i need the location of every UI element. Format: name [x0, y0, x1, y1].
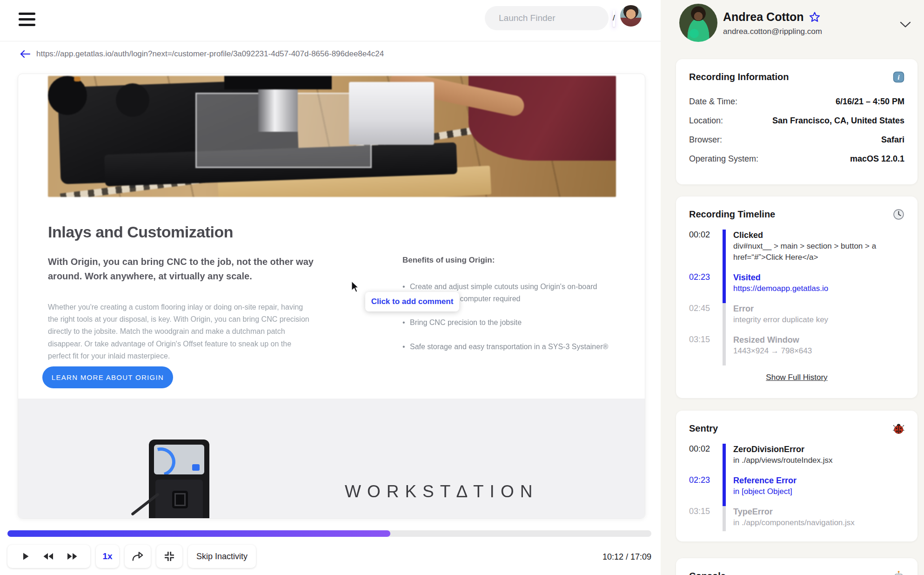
- timeline-event[interactable]: 02:23 Visited https://demoapp.getatlas.i…: [689, 272, 904, 303]
- user-name-row: Andrea Cotton: [723, 10, 821, 24]
- benefits-heading: Benefits of using Origin:: [402, 256, 495, 265]
- online-status-dot: [690, 29, 699, 38]
- event-detail: in [object Object]: [733, 486, 904, 497]
- transport-controls: [7, 545, 90, 568]
- session-replay-viewport: Inlays and Customization With Origin, yo…: [18, 74, 645, 519]
- playback-time: 10:12 / 17:09: [582, 552, 651, 562]
- info-label: Browser:: [689, 135, 722, 145]
- event-marker-bar: [723, 230, 726, 272]
- panel-title: Console: [689, 571, 726, 575]
- skip-forward-button[interactable]: [125, 545, 151, 568]
- panel-title: Sentry: [689, 423, 718, 434]
- event-detail: 1443×924 → 798×643: [733, 345, 904, 357]
- hamburger-menu-icon[interactable]: [19, 13, 36, 28]
- recording-timeline-panel: Recording Timeline 00:02 Clicked div#nux…: [676, 196, 917, 398]
- user-name: Andrea Cotton: [723, 10, 804, 24]
- skip-forward-arrow-icon: [131, 550, 144, 562]
- event-title: TypeError: [733, 506, 904, 517]
- info-label: Location:: [689, 116, 723, 126]
- playback-progress-bar[interactable]: [7, 530, 651, 537]
- photo-machine-knob: [48, 76, 87, 115]
- device-screen-arc: [154, 445, 181, 474]
- benefit-item: Bring CNC precision to the jobsite: [402, 317, 616, 329]
- back-arrow-icon[interactable]: [20, 50, 31, 58]
- photo-motor: [224, 76, 332, 89]
- url-row: https://app.getatlas.io/auth/login?next=…: [0, 45, 661, 63]
- info-value: macOS 12.0.1: [850, 154, 904, 164]
- photo-person: [469, 76, 616, 161]
- clock-emoji-icon: [893, 209, 904, 220]
- progress-fill: [7, 530, 390, 537]
- event-detail: integrity error duplicate key: [733, 314, 904, 325]
- launch-finder-search[interactable]: /: [485, 6, 609, 30]
- fast-forward-button[interactable]: [66, 551, 78, 562]
- replay-footer-section: [18, 399, 645, 519]
- info-value: Safari: [881, 135, 904, 145]
- info-value: 6/16/21 – 4:50 PM: [836, 97, 904, 107]
- ladybug-emoji-icon: [893, 423, 904, 434]
- sentry-panel: Sentry 00:02 ZeroDivisionError in ./app/…: [676, 411, 917, 541]
- search-shortcut-key: /: [613, 10, 615, 27]
- user-avatar[interactable]: [679, 4, 717, 42]
- topbar-avatar[interactable]: [620, 5, 642, 27]
- recorded-page-url: https://app.getatlas.io/auth/login?next=…: [36, 49, 384, 59]
- event-marker-bar: [723, 444, 726, 475]
- sentry-event[interactable]: 02:23 Reference Error in [object Object]: [689, 475, 904, 506]
- top-bar: /: [0, 0, 661, 41]
- benefit-item: Safe storage and easy transportation in …: [402, 341, 616, 353]
- panel-title: Recording Information: [689, 72, 789, 82]
- workstation-brand-text: WORKST∆TION: [345, 482, 538, 501]
- skip-inactivity-button[interactable]: Skip Inactivity: [188, 545, 256, 568]
- add-comment-tooltip[interactable]: Click to add comment: [365, 292, 459, 311]
- collapse-view-button[interactable]: [156, 545, 182, 568]
- info-label: Date & Time:: [689, 97, 737, 107]
- event-title: Clicked: [733, 230, 904, 241]
- event-title: ZeroDivisionError: [733, 444, 904, 455]
- event-time: 02:45: [689, 303, 715, 334]
- event-marker-bar: [723, 475, 726, 506]
- event-title: Reference Error: [733, 475, 904, 486]
- event-time: 03:15: [689, 506, 715, 531]
- event-time: 02:23: [689, 272, 715, 303]
- event-link[interactable]: https://demoapp.getatlas.io: [733, 283, 904, 294]
- sentry-event[interactable]: 03:15 TypeError in ./app/components/navi…: [689, 506, 904, 531]
- svg-text:i: i: [897, 73, 900, 81]
- info-row: Date & Time: 6/16/21 – 4:50 PM: [689, 92, 904, 111]
- event-marker-bar: [723, 272, 726, 303]
- sentry-event[interactable]: 00:02 ZeroDivisionError in ./app/views/r…: [689, 444, 904, 475]
- info-emoji-icon: i: [893, 71, 904, 83]
- playback-speed-button[interactable]: 1x: [96, 545, 119, 568]
- play-button[interactable]: [20, 551, 31, 562]
- event-detail: in ./app/components/navigation.jsx: [733, 517, 904, 528]
- event-time: 00:02: [689, 444, 715, 475]
- info-label: Operating System:: [689, 154, 758, 164]
- timeline-event[interactable]: 02:45 Error integrity error duplicate ke…: [689, 303, 904, 334]
- rewind-button[interactable]: [42, 551, 54, 562]
- recording-sidebar: Andrea Cotton andrea.cotton@rippling.com…: [661, 0, 924, 575]
- device-lower-panel: [155, 480, 203, 519]
- star-outline-icon[interactable]: [809, 11, 821, 23]
- event-detail: in ./app/views/routeIndex.jsx: [733, 455, 904, 466]
- event-title: Visited: [733, 272, 904, 283]
- learn-more-button[interactable]: LEARN MORE ABOUT ORIGIN: [42, 366, 173, 388]
- replay-intro-paragraph: With Origin, you can bring CNC to the jo…: [48, 255, 327, 284]
- replay-heading: Inlays and Customization: [48, 223, 233, 241]
- chevron-down-icon[interactable]: [900, 21, 911, 28]
- console-panel: Console: [676, 558, 917, 575]
- user-email: andrea.cotton@rippling.com: [723, 27, 822, 36]
- timeline-event[interactable]: 00:02 Clicked div#nuxt__ > main > sectio…: [689, 230, 904, 272]
- event-marker-bar: [723, 303, 726, 334]
- photo-machine-knob-dot: [74, 77, 80, 81]
- search-input[interactable]: [499, 13, 613, 23]
- photo-white-housing: [349, 82, 434, 145]
- show-full-history-link[interactable]: Show Full History: [766, 373, 827, 382]
- event-title: Error: [733, 303, 904, 314]
- info-row: Browser: Safari: [689, 130, 904, 149]
- timeline-event[interactable]: 03:15 Resized Window 1443×924 → 798×643: [689, 334, 904, 365]
- device-screen-square: [192, 464, 200, 471]
- event-detail: div#nuxt__ > main > section > button > a: [733, 241, 904, 252]
- device-button: [172, 491, 188, 508]
- pointer-cursor-icon: [349, 281, 361, 293]
- event-time: 02:23: [689, 475, 715, 506]
- device-screen: [154, 445, 204, 474]
